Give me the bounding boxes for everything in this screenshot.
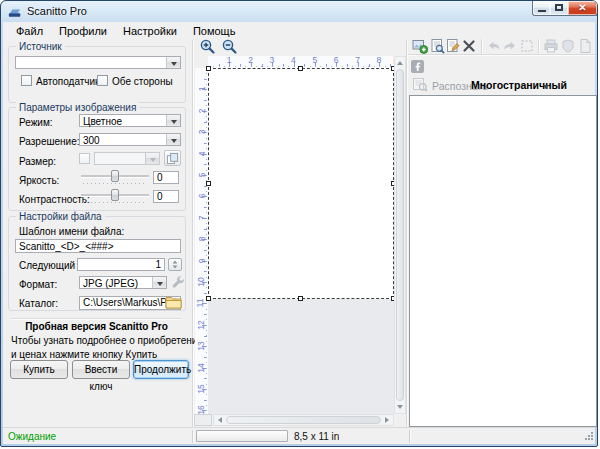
- resolution-value: 300: [83, 135, 165, 146]
- ruler-number: 3: [270, 55, 275, 65]
- scroll-left-icon[interactable]: [218, 417, 222, 423]
- ruler-corner-box: [194, 414, 212, 426]
- menu-settings[interactable]: Настройки: [115, 23, 185, 40]
- page-size-text: 8,5 x 11 in: [294, 431, 339, 442]
- vertical-scrollbar[interactable]: [394, 56, 406, 414]
- selection-handle-w[interactable]: [206, 181, 211, 186]
- brightness-value-input[interactable]: [153, 171, 179, 184]
- ruler-number: 8: [198, 237, 208, 242]
- scanner-device-select[interactable]: [15, 56, 181, 69]
- vertical-scrollbar-thumb[interactable]: [396, 69, 404, 401]
- zoom-in-button[interactable]: [199, 38, 216, 55]
- ruler-number: 7: [355, 55, 360, 65]
- browse-folder-button[interactable]: [165, 296, 182, 309]
- save-pdf-button[interactable]: [577, 38, 593, 54]
- selection-handle-nw[interactable]: [206, 66, 211, 71]
- add-image-button[interactable]: [412, 38, 428, 54]
- scroll-down-icon[interactable]: [397, 405, 403, 409]
- share-button[interactable]: [560, 38, 576, 54]
- next-number-input[interactable]: [77, 258, 165, 271]
- status-divider: [192, 430, 193, 443]
- chevron-down-icon: [171, 139, 177, 143]
- page-orientation-button[interactable]: [164, 150, 181, 166]
- ruler-tick: [283, 64, 284, 67]
- status-bar: Ожидание 8,5 x 11 in: [3, 427, 595, 444]
- ruler-number: 2: [198, 108, 208, 113]
- ruler-tick: [204, 293, 207, 294]
- redo-button[interactable]: [502, 38, 518, 54]
- scroll-up-icon[interactable]: [397, 61, 403, 65]
- ruler-tick: [240, 64, 241, 67]
- close-button[interactable]: ✕: [568, 1, 598, 16]
- undo-button[interactable]: [486, 38, 502, 54]
- format-options-button[interactable]: [170, 275, 186, 290]
- enter-key-button[interactable]: Ввести ключ: [72, 360, 130, 379]
- menu-file[interactable]: Файл: [8, 23, 51, 40]
- file-settings-group: Настройки файла Шаблон имени файла: След…: [8, 216, 186, 311]
- resolution-select[interactable]: 300: [79, 133, 181, 146]
- next-number-spinner[interactable]: [168, 258, 182, 271]
- chevron-down-icon: [171, 120, 177, 124]
- minimize-button[interactable]: [532, 1, 551, 16]
- status-divider: [409, 430, 410, 443]
- ruler-number: 3: [198, 130, 208, 135]
- contrast-slider[interactable]: [81, 189, 149, 203]
- ruler-tick: [204, 336, 207, 337]
- filename-template-label: Шаблон имени файла:: [19, 226, 124, 237]
- resize-grip[interactable]: [584, 431, 594, 443]
- ruler-tick: [204, 143, 207, 144]
- delete-icon: [461, 38, 477, 54]
- save-pdf-icon: [577, 38, 593, 54]
- filename-template-input[interactable]: [15, 239, 181, 253]
- scanned-pages-list[interactable]: [409, 95, 597, 427]
- preview-page-button[interactable]: [429, 38, 445, 54]
- buy-button[interactable]: Купить: [10, 360, 68, 379]
- horizontal-scrollbar-thumb[interactable]: [226, 416, 381, 424]
- chevron-down-icon: [543, 85, 549, 89]
- crop-icon: [519, 38, 535, 54]
- zoom-out-button[interactable]: [221, 38, 238, 55]
- scan-selection[interactable]: [208, 68, 394, 299]
- size-select[interactable]: [94, 152, 160, 165]
- ruler-tick: [204, 250, 207, 251]
- scroll-right-icon[interactable]: [385, 417, 389, 423]
- facebook-button[interactable]: [411, 60, 424, 73]
- format-select[interactable]: JPG (JPEG): [79, 276, 167, 289]
- ruler-number: 5: [198, 173, 208, 178]
- menu-profiles[interactable]: Профили: [51, 23, 115, 40]
- dropdown-button: [166, 57, 180, 68]
- selection-handle-n[interactable]: [298, 66, 303, 71]
- selection-handle-sw[interactable]: [206, 296, 211, 301]
- duplex-checkbox-box[interactable]: [97, 75, 108, 86]
- ruler-number: 6: [334, 55, 339, 65]
- ruler-number: 15: [195, 384, 205, 393]
- spinner-down-icon: [173, 265, 178, 268]
- ruler-tick: [204, 186, 207, 187]
- ruler-number: 11: [196, 299, 206, 308]
- continue-button[interactable]: Продолжить: [133, 360, 189, 379]
- progress-bar: [196, 430, 288, 442]
- undo-icon: [486, 38, 502, 54]
- brightness-slider-thumb[interactable]: [111, 170, 119, 182]
- wrench-icon: [171, 275, 186, 290]
- folder-icon: [165, 296, 182, 309]
- edit-page-button[interactable]: [445, 38, 461, 54]
- title-bar: Scanitto Pro ✕: [1, 1, 597, 23]
- brightness-slider[interactable]: [81, 170, 149, 184]
- crop-button[interactable]: [519, 38, 535, 54]
- maximize-button[interactable]: [550, 1, 569, 16]
- mode-select[interactable]: Цветное: [79, 114, 181, 127]
- size-checkbox[interactable]: [79, 153, 90, 164]
- adf-checkbox-box[interactable]: [21, 75, 32, 86]
- chevron-down-icon: [150, 158, 156, 162]
- print-button[interactable]: [543, 38, 559, 54]
- contrast-slider-thumb[interactable]: [111, 189, 119, 201]
- ruler-number: 14: [195, 363, 205, 372]
- client-area: Файл Профили Настройки Помощь Источник А…: [3, 22, 595, 444]
- horizontal-scrollbar[interactable]: [213, 414, 394, 426]
- selection-handle-s[interactable]: [298, 296, 303, 301]
- facebook-icon: [411, 60, 424, 73]
- ruler-tick: [204, 79, 207, 80]
- contrast-value-input[interactable]: [153, 190, 179, 203]
- delete-page-button[interactable]: [461, 38, 477, 54]
